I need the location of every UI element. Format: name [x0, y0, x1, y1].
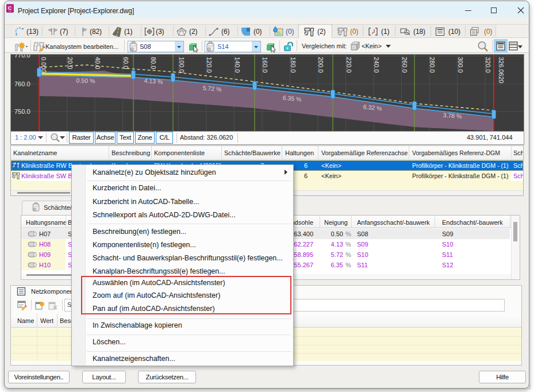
svg-text:750.0: 750.0 [14, 108, 30, 115]
svg-text:4.13 %: 4.13 % [144, 77, 163, 85]
svg-text:260.0: 260.0 [401, 57, 408, 73]
svg-text:180.0: 180.0 [290, 57, 297, 73]
svg-text:120.0: 120.0 [206, 57, 213, 73]
svg-text:320.0: 320.0 [485, 57, 491, 73]
svg-text:0.50 %: 0.50 % [76, 77, 95, 84]
svg-text:80.0: 80.0 [150, 57, 157, 69]
svg-text:20.0: 20.0 [67, 57, 74, 69]
svg-text:200.0: 200.0 [317, 57, 324, 73]
svg-text:60.0: 60.0 [122, 57, 129, 69]
svg-text:300.0: 300.0 [457, 57, 464, 73]
svg-text:240.0: 240.0 [373, 57, 380, 73]
svg-text:140.0: 140.0 [234, 57, 241, 73]
svg-text:220.0: 220.0 [345, 57, 352, 73]
svg-text:160.0: 160.0 [262, 57, 268, 73]
svg-text:100.0: 100.0 [178, 57, 185, 73]
svg-text:326.0620: 326.0620 [498, 57, 505, 83]
svg-text:0.000: 0.000 [40, 57, 47, 73]
svg-text:40.0: 40.0 [94, 57, 101, 69]
svg-text:280.0: 280.0 [429, 57, 436, 73]
svg-text:3.78 %: 3.78 % [443, 112, 462, 120]
svg-text:C: C [8, 5, 12, 11]
svg-text:770.0: 770.0 [14, 55, 30, 59]
svg-text:C3D: C3D [8, 10, 12, 13]
svg-text:760.0: 760.0 [14, 80, 30, 87]
